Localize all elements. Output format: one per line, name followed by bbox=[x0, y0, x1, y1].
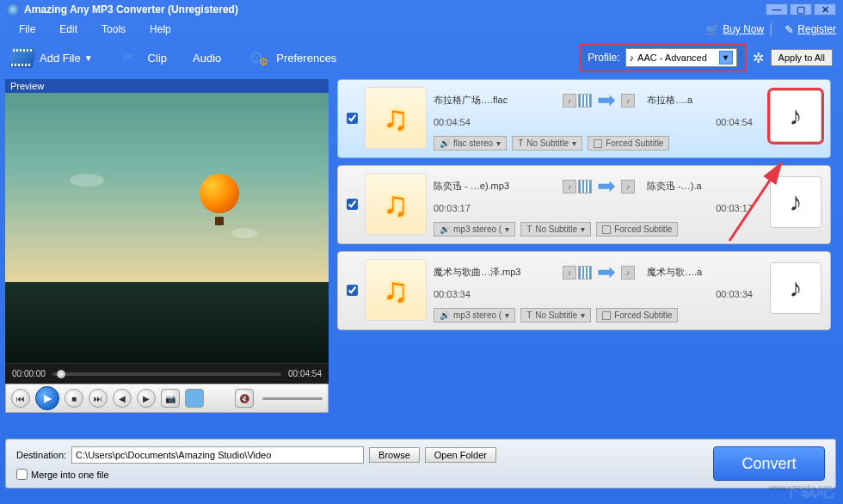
forced-subtitle-checkbox[interactable]: Forced Subtitle bbox=[588, 136, 669, 151]
step-back-button[interactable]: ◀ bbox=[113, 389, 132, 408]
open-folder-button[interactable]: Open Folder bbox=[425, 447, 496, 463]
snapshot-button[interactable]: 📷 bbox=[161, 389, 180, 408]
browse-button[interactable]: Browse bbox=[369, 447, 420, 463]
preview-video[interactable] bbox=[5, 93, 329, 363]
text-icon: T bbox=[518, 138, 523, 148]
preferences-label: Preferences bbox=[276, 52, 336, 65]
arrow-icon: ➡ bbox=[597, 87, 616, 114]
progress-icon bbox=[578, 180, 592, 194]
settings-icon[interactable]: ✲ bbox=[753, 50, 764, 66]
checkbox-icon bbox=[602, 311, 611, 320]
output-thumbnail[interactable]: ♪ bbox=[770, 176, 821, 228]
chevron-down-icon: ▼ bbox=[719, 51, 733, 65]
next-button[interactable]: ⏭ bbox=[89, 389, 108, 408]
merge-label: Merge into one file bbox=[31, 470, 109, 480]
subtitle-dropdown[interactable]: T No Subtitle ▾ bbox=[512, 136, 582, 151]
item-filename: 魔术与歌曲…泽.mp3 bbox=[434, 266, 563, 279]
progress-icon bbox=[578, 94, 592, 108]
audio-label: Audio bbox=[193, 52, 221, 65]
checkbox-icon bbox=[602, 225, 611, 234]
item-checkbox[interactable] bbox=[347, 285, 358, 296]
chevron-down-icon: ▾ bbox=[505, 224, 509, 234]
output-thumbnail[interactable]: ♪ bbox=[770, 90, 821, 142]
item-output-duration: 00:04:54 bbox=[716, 117, 753, 127]
arrow-icon: ➡ bbox=[597, 173, 616, 200]
music-icon: ♫ bbox=[383, 271, 409, 310]
checkbox-icon bbox=[594, 139, 602, 148]
merge-checkbox-row[interactable]: Merge into one file bbox=[16, 469, 496, 480]
audio-meta-dropdown[interactable]: 🔊 flac stereo ▾ bbox=[434, 136, 507, 151]
audio-meta-dropdown[interactable]: 🔊 mp3 stereo ( ▾ bbox=[434, 308, 515, 323]
cart-icon: 🛒 bbox=[705, 23, 719, 36]
close-button[interactable]: ✕ bbox=[814, 3, 836, 15]
target-note-icon: ♪ bbox=[621, 94, 635, 108]
subtitle-dropdown[interactable]: T No Subtitle ▾ bbox=[520, 308, 591, 323]
timeline[interactable]: 00:00:00 00:04:54 bbox=[5, 363, 329, 384]
play-button[interactable]: ▶ bbox=[35, 386, 59, 410]
merge-checkbox[interactable] bbox=[16, 469, 28, 480]
arrow-icon: ➡ bbox=[597, 259, 616, 286]
timeline-track[interactable] bbox=[52, 372, 281, 376]
gear-icon bbox=[247, 47, 271, 68]
mute-button[interactable]: 🔇 bbox=[235, 389, 254, 408]
forced-subtitle-checkbox[interactable]: Forced Subtitle bbox=[596, 222, 678, 237]
pen-icon: ✎ bbox=[785, 23, 794, 36]
item-output-name: 陈奕迅 -…).a bbox=[647, 180, 719, 193]
item-duration: 00:03:17 bbox=[434, 203, 489, 213]
item-duration: 00:04:54 bbox=[434, 117, 489, 127]
profile-section: Profile: ♪ AAC - Advanced ▼ bbox=[579, 43, 745, 72]
watermark-url: www.xiazaiba.com bbox=[769, 483, 833, 492]
folder-button[interactable] bbox=[185, 389, 204, 408]
item-duration: 00:03:34 bbox=[434, 289, 489, 299]
buy-now-link[interactable]: Buy Now bbox=[723, 23, 764, 35]
add-file-button[interactable]: Add File ▼ bbox=[10, 47, 93, 68]
item-filename: 陈奕迅 - …e).mp3 bbox=[434, 180, 563, 193]
caret-icon: ▼ bbox=[84, 53, 93, 63]
output-thumbnail[interactable]: ♪ bbox=[770, 262, 821, 314]
volume-slider[interactable] bbox=[262, 397, 323, 400]
item-artwork: ♫ bbox=[365, 87, 427, 149]
film-icon bbox=[9, 47, 35, 68]
step-fwd-button[interactable]: ▶ bbox=[137, 389, 156, 408]
timeline-thumb[interactable] bbox=[57, 370, 65, 378]
item-output-name: 布拉格….a bbox=[647, 94, 719, 107]
list-item[interactable]: ♫ 魔术与歌曲…泽.mp3 ♪ ➡ ♪ 魔术与歌….a 00:03:34 00:… bbox=[337, 251, 831, 330]
speaker-icon: 🔊 bbox=[440, 310, 450, 320]
item-checkbox[interactable] bbox=[347, 199, 358, 210]
audio-meta-dropdown[interactable]: 🔊 mp3 stereo ( ▾ bbox=[434, 222, 515, 237]
apply-to-all-button[interactable]: Apply to All bbox=[771, 49, 833, 66]
list-item[interactable]: ♫ 陈奕迅 - …e).mp3 ♪ ➡ ♪ 陈奕迅 -…).a 00:03:17… bbox=[337, 165, 831, 244]
text-icon: T bbox=[526, 224, 532, 234]
chevron-down-icon: ▾ bbox=[572, 138, 576, 148]
register-link[interactable]: Register bbox=[797, 23, 836, 35]
menu-edit[interactable]: Edit bbox=[47, 20, 89, 39]
profile-label: Profile: bbox=[588, 52, 619, 64]
preferences-button[interactable]: Preferences bbox=[247, 47, 336, 68]
music-icon: ♫ bbox=[383, 185, 409, 224]
list-item[interactable]: ♫ 布拉格广场….flac ♪ ➡ ♪ 布拉格….a 00:04:54 00:0… bbox=[337, 79, 831, 158]
clip-button[interactable]: Clip bbox=[119, 47, 167, 68]
item-checkbox[interactable] bbox=[347, 113, 358, 124]
scissors-icon bbox=[119, 47, 143, 68]
add-file-label: Add File bbox=[40, 52, 81, 65]
preview-label: Preview bbox=[5, 79, 329, 93]
maximize-button[interactable]: ▢ bbox=[790, 3, 812, 15]
destination-input[interactable] bbox=[71, 446, 364, 464]
app-icon bbox=[7, 3, 19, 15]
minimize-button[interactable]: — bbox=[766, 3, 788, 15]
titlebar: Amazing Any MP3 Converter (Unregistered)… bbox=[0, 0, 843, 19]
menu-help[interactable]: Help bbox=[138, 20, 183, 39]
note-icon: ♪ bbox=[630, 52, 635, 63]
time-end: 00:04:54 bbox=[288, 369, 322, 378]
stop-button[interactable]: ■ bbox=[65, 389, 83, 408]
subtitle-dropdown[interactable]: T No Subtitle ▾ bbox=[520, 222, 591, 237]
profile-dropdown[interactable]: ♪ AAC - Advanced ▼ bbox=[625, 48, 737, 67]
speaker-icon: 🔊 bbox=[440, 138, 450, 148]
menu-tools[interactable]: Tools bbox=[89, 20, 138, 39]
forced-subtitle-checkbox[interactable]: Forced Subtitle bbox=[596, 308, 678, 323]
menu-file[interactable]: File bbox=[7, 20, 47, 39]
convert-button[interactable]: Convert bbox=[713, 446, 825, 481]
profile-value: AAC - Advanced bbox=[637, 52, 707, 63]
prev-button[interactable]: ⏮ bbox=[11, 389, 30, 408]
audio-button[interactable]: Audio bbox=[193, 52, 221, 65]
